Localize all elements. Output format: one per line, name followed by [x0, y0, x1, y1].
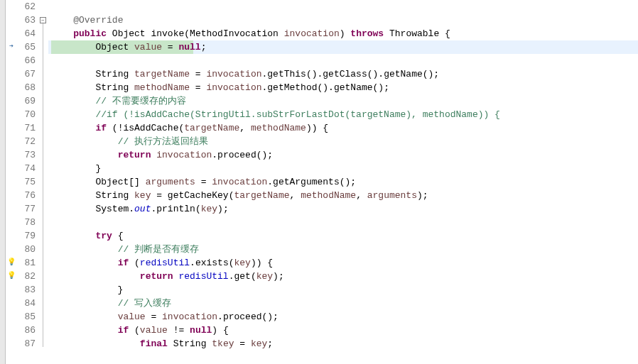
code-token: )) { — [306, 123, 328, 133]
code-token: != — [168, 325, 190, 336]
code-token: , — [239, 123, 251, 133]
code-token: [] — [129, 177, 145, 187]
code-token: out — [134, 204, 151, 214]
code-token — [51, 190, 95, 201]
code-token: null — [190, 325, 212, 336]
code-line[interactable]: // 执行方法返回结果 — [48, 135, 638, 148]
code-token: // 执行方法返回结果 — [118, 136, 208, 147]
code-token — [51, 258, 118, 268]
code-line[interactable] — [48, 54, 638, 67]
code-line[interactable]: // 写入缓存 — [48, 297, 638, 310]
code-editor-area[interactable]: @Override public Object invoke(MethodInv… — [48, 0, 638, 364]
code-token — [51, 244, 118, 255]
code-token: Object — [112, 28, 146, 39]
code-token: { — [112, 231, 124, 241]
code-line[interactable]: if (redisUtil.exists(key)) { — [48, 256, 638, 270]
code-token: String — [95, 82, 129, 93]
code-token: . — [217, 311, 223, 322]
code-token: getClass — [323, 69, 367, 79]
code-line[interactable]: public Object invoke(MethodInvocation in… — [48, 27, 638, 40]
code-token: invocation — [206, 69, 261, 79]
fold-toggle-icon[interactable]: − — [40, 17, 46, 23]
code-token: getArguments — [273, 177, 340, 187]
code-line[interactable]: System.out.println(key); — [48, 202, 638, 216]
code-line[interactable]: if (value != null) { — [48, 324, 638, 337]
code-line[interactable]: } — [48, 283, 638, 297]
line-number: 81 — [17, 256, 36, 270]
code-token: (). — [318, 82, 334, 93]
code-token: invoke — [151, 28, 184, 39]
code-token: (); — [261, 311, 278, 322]
code-token: targetName — [234, 190, 290, 201]
code-line[interactable]: //if (!isAddCache(StringUtil.subStrForLa… — [48, 108, 638, 121]
code-token — [51, 338, 140, 349]
code-line[interactable]: String key = getCacheKey(targetName, met… — [48, 189, 638, 202]
code-line[interactable] — [48, 0, 638, 13]
code-line[interactable]: return invocation.proceed(); — [48, 148, 638, 162]
marker-gutter: ➔💡💡 — [6, 0, 17, 364]
code-token: (); — [256, 150, 273, 160]
code-line[interactable]: value = invocation.proceed(); — [48, 310, 638, 324]
code-token — [129, 42, 134, 53]
code-token — [51, 82, 95, 93]
code-token — [107, 28, 112, 39]
code-token: tkey — [212, 338, 234, 349]
code-token: methodName — [301, 190, 356, 201]
code-token: Object — [95, 42, 129, 53]
line-number: 65 — [17, 40, 36, 54]
code-line[interactable]: } — [48, 162, 638, 175]
code-token: getName — [384, 69, 423, 79]
code-line[interactable]: // 不需要缓存的内容 — [48, 94, 638, 108]
code-token: . — [190, 258, 195, 268]
code-line[interactable]: String targetName = invocation.getThis()… — [48, 67, 638, 81]
code-line[interactable]: final String tkey = key; — [48, 337, 638, 351]
code-line[interactable]: // 判断是否有缓存 — [48, 243, 638, 256]
code-token — [51, 325, 118, 336]
code-token: , — [356, 190, 367, 201]
code-token — [51, 123, 95, 133]
line-number: 77 — [17, 202, 36, 216]
code-token — [51, 311, 118, 322]
line-number: 85 — [17, 310, 36, 324]
code-line[interactable]: Object[] arguments = invocation.getArgum… — [48, 175, 638, 189]
code-line[interactable]: @Override — [48, 13, 638, 27]
code-token: return — [140, 271, 173, 282]
code-token: ; — [201, 42, 207, 53]
code-token: final — [140, 338, 168, 349]
code-token — [129, 69, 134, 79]
code-token: = — [146, 311, 162, 322]
code-line[interactable]: try { — [48, 229, 638, 243]
code-token: arguments — [367, 190, 417, 201]
code-token: { — [439, 28, 450, 39]
code-line[interactable]: return redisUtil.get(key); — [48, 270, 638, 283]
code-token — [51, 69, 95, 79]
code-line[interactable] — [48, 216, 638, 229]
code-token: key — [251, 338, 267, 349]
light-marker-icon[interactable]: 💡 — [7, 258, 16, 267]
code-token: invocation — [206, 82, 261, 93]
code-token — [384, 28, 389, 39]
light-marker-icon[interactable]: 💡 — [7, 272, 16, 280]
code-line[interactable]: Object value = null; — [48, 40, 638, 54]
code-token: methodName — [251, 123, 306, 133]
code-token: if — [118, 325, 129, 336]
code-token: proceed — [217, 150, 256, 160]
code-token: ( — [251, 271, 256, 282]
code-token: if — [95, 123, 107, 133]
code-token — [51, 15, 73, 26]
arrow-marker-icon[interactable]: ➔ — [7, 43, 16, 51]
code-line[interactable]: if (!isAddCache(targetName, methodName))… — [48, 121, 638, 135]
line-number: 75 — [17, 175, 36, 189]
code-token: //if (!isAddCache(StringUtil.subStrForLa… — [95, 109, 500, 120]
code-line[interactable]: String methodName = invocation.getMethod… — [48, 81, 638, 94]
code-token: . — [129, 204, 134, 214]
line-number: 62 — [17, 0, 36, 13]
code-token: // 写入缓存 — [118, 298, 171, 309]
line-number: 78 — [17, 216, 36, 229]
line-number-gutter: 6263646566676869707172737475767778798081… — [17, 0, 38, 364]
code-token: value — [140, 325, 168, 336]
code-token: invocation — [212, 177, 267, 187]
code-token — [51, 298, 118, 309]
code-token: arguments — [146, 177, 195, 187]
code-token — [129, 190, 134, 201]
